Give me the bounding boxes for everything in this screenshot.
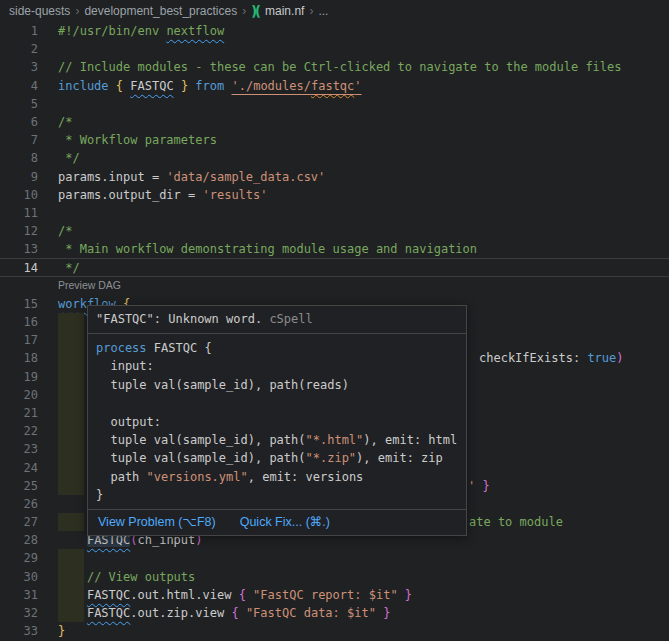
hover-code-preview: process FASTQC { input: tuple val(sample… [88,334,466,509]
hover-code-line: input: [96,357,458,375]
codelens-preview-dag[interactable]: Preview DAG [58,278,121,293]
code-token: tuple val(sample_id), path( [96,433,306,447]
code-token: /* [58,115,72,129]
code-token: /* [58,224,72,238]
codelens-row[interactable]: Preview DAG [0,277,669,295]
code-token: */ [58,261,80,275]
code-line[interactable]: 10params.output_dir = 'results' [0,186,669,204]
diagnostic-source: cSpell [269,312,312,326]
line-number: 12 [0,222,38,240]
line-number: 8 [0,149,38,167]
code-text: params.output_dir = 'results' [58,186,268,204]
code-text: /* [58,222,72,240]
code-line[interactable]: 5 [0,95,669,113]
code-text: * Main workflow demonstrating module usa… [58,240,477,258]
code-token: true [587,351,616,365]
code-text: params.input = 'data/sample_data.csv' [58,168,325,186]
code-text: #!/usr/bin/env nextflow [58,22,224,40]
quick-fix-link[interactable]: Quick Fix... (⌘.) [240,514,330,531]
code-token: { [239,588,246,602]
view-problem-link[interactable]: View Problem (⌥F8) [98,514,216,531]
line-number: 24 [0,459,38,477]
hover-code-line: tuple val(sample_id), path("*.zip"), emi… [96,449,458,467]
code-token: tuple val(sample_id), path( [96,451,306,465]
diagnostic-text: "FASTQC": Unknown word. [96,312,269,326]
code-token: include [58,79,109,93]
line-number: 1 [0,22,38,40]
code-token: } [405,588,412,602]
breadcrumb-item[interactable]: side-quests [9,4,70,18]
code-line[interactable]: 6/* [0,113,669,131]
hover-actions: View Problem (⌥F8)Quick Fix... (⌘.) [88,510,466,535]
code-token: } [96,488,103,502]
line-number: 3 [0,58,38,76]
code-line[interactable]: 32 FASTQC.out.zip.view { "FastQC data: $… [0,604,669,622]
code-token [109,79,116,93]
line-number: 6 [0,113,38,131]
code-token: "FastQC report: $it" [253,588,398,602]
code-token: // Include modules - these can be Ctrl-c… [58,60,622,74]
code-line[interactable]: 14 */ [0,258,669,276]
code-token [239,606,246,620]
code-line[interactable]: 33} [0,622,669,640]
line-number: 32 [0,604,38,622]
code-line[interactable]: 3// Include modules - these can be Ctrl-… [0,58,669,76]
code-token: ate to module [469,515,563,529]
breadcrumb-separator-icon: › [242,4,246,18]
code-token: "*.zip" [306,451,357,465]
code-line[interactable]: 31 FASTQC.out.html.view { "FastQC report… [0,586,669,604]
code-token: tuple val(sample_id), path(reads) [96,378,349,392]
line-number: 16 [0,313,38,331]
line-number: 28 [0,531,38,549]
code-line[interactable]: 12/* [0,222,669,240]
code-line[interactable]: 8 */ [0,149,669,167]
hover-diagnostic-message: "FASTQC": Unknown word. cSpell [88,306,466,333]
code-token: FASTQC [87,606,130,620]
code-text: */ [58,149,80,167]
code-line[interactable]: 29 [0,549,669,567]
line-number: 7 [0,131,38,149]
code-token: process [96,341,147,355]
code-text: ' } [468,477,490,495]
code-token: ), emit: html [363,433,457,447]
line-number: 18 [0,349,38,367]
code-token: "versions.yml" [147,470,248,484]
code-token: ) [616,351,623,365]
code-token: from [195,79,224,93]
code-line[interactable]: 11 [0,204,669,222]
code-line[interactable]: 4include { FASTQC } from './modules/fast… [0,77,669,95]
code-text: include { FASTQC } from './modules/fastq… [58,77,362,95]
code-token: } [58,624,65,638]
code-token: nextflow [166,24,224,38]
code-line[interactable]: 2 [0,40,669,58]
line-number: 29 [0,549,38,567]
code-line[interactable]: 9params.input = 'data/sample_data.csv' [0,168,669,186]
code-token: { [116,79,123,93]
code-text: FASTQC.out.html.view { "FastQC report: $… [58,586,412,604]
code-token: * Workflow parameters [58,133,217,147]
breadcrumb-item[interactable]: development_best_practices [84,4,237,18]
code-line[interactable]: 13 * Main workflow demonstrating module … [0,240,669,258]
breadcrumb-item[interactable]: main.nf [265,4,304,18]
code-line[interactable]: 1#!/usr/bin/env nextflow [0,22,669,40]
code-line[interactable]: 30 // View outputs [0,568,669,586]
code-token: "*.html" [306,433,364,447]
line-number: 10 [0,186,38,204]
code-token: output: [96,415,161,429]
code-token: .out.html.view [130,588,238,602]
line-number: 4 [0,77,38,95]
code-token: fastqc [311,79,354,93]
code-token: FASTQC [130,79,173,93]
line-number: 9 [0,168,38,186]
code-line[interactable]: 7 * Workflow parameters [0,131,669,149]
line-number: 30 [0,568,38,586]
code-token [58,588,87,602]
breadcrumb-item[interactable]: ... [318,4,328,18]
code-token: FASTQC [87,588,130,602]
code-token: #!/usr/bin/env [58,24,166,38]
code-token: .out.zip.view [130,606,231,620]
code-token: 'results' [203,188,268,202]
line-number: 19 [0,368,38,386]
code-token: ), emit: zip [356,451,443,465]
code-text: FASTQC.out.zip.view { "FastQC data: $it"… [58,604,390,622]
